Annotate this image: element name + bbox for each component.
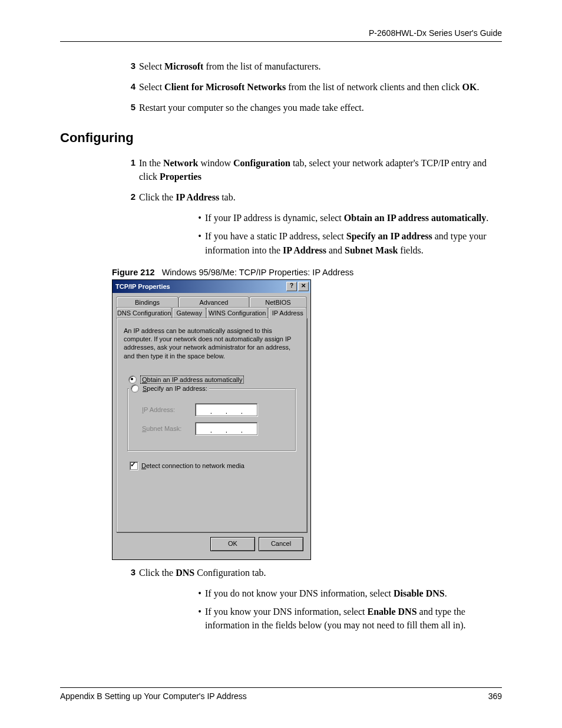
bullet-text: If you know your DNS information, select… [205,605,502,632]
header-rule [60,41,502,42]
tab-ip-address[interactable]: IP Address [268,307,307,319]
bold-text: Subnet Mask [345,245,398,255]
text: If you know your DNS information, select [205,607,368,617]
tab-panel: An IP address can be automatically assig… [116,318,307,532]
step-4: 4 Select Client for Microsoft Networks f… [125,80,502,94]
bold-text: Properties [160,172,201,182]
text: window [198,158,233,168]
dialog-button-row: OK Cancel [116,532,307,556]
text: . [486,213,488,223]
cfg-step-1: 1 In the Network window Configuration ta… [125,156,502,183]
configuring-steps-list: 1 In the Network window Configuration ta… [60,156,502,205]
section-heading-configuring: Configuring [60,130,502,146]
cfg-step-3: 3 Click the DNS Configuration tab. [125,566,502,579]
bold-text: Client for Microsoft Networks [164,82,286,92]
tab-dns-configuration[interactable]: DNS Configuration [116,307,172,318]
tab-gateway[interactable]: Gateway [172,307,206,318]
text: from the list of manufacturers. [203,61,320,71]
step-text: Select Client for Microsoft Networks fro… [139,80,502,94]
checkbox-icon [130,462,138,470]
step-text: Click the DNS Configuration tab. [139,566,502,579]
ip-bullets: • If your IP address is dynamic, select … [60,211,502,257]
dialog-description: An IP address can be automatically assig… [124,327,299,360]
bullet-dot: • [194,211,205,225]
close-button[interactable]: ✕ [298,282,309,291]
ip-octet[interactable] [226,423,242,434]
top-steps-list: 3 Select Microsoft from the list of manu… [60,60,502,115]
text: and [326,245,345,255]
bold-text: Specify an IP address [346,231,432,241]
ip-address-label: IP Address: [134,406,195,413]
bullet: • If your IP address is dynamic, select … [194,211,502,225]
text: If you do not know your DNS information,… [205,588,394,598]
bullet: • If you know your DNS information, sele… [194,605,502,632]
tab-wins-configuration[interactable]: WINS Configuration [206,307,268,318]
bullet-text: If you have a static IP address, select … [205,229,502,256]
ip-octet[interactable] [242,404,257,416]
checkbox-label: Detect connection to network media [141,462,244,469]
cfg-step-2: 2 Click the IP Address tab. [125,190,502,204]
ok-button[interactable]: OK [210,537,255,551]
dialog-titlebar[interactable]: TCP/IP Properties ? ✕ [113,280,310,293]
bold-text: IP Address [283,245,326,255]
detect-connection-checkbox[interactable]: Detect connection to network media [130,462,299,470]
text: In the [139,158,163,168]
page-footer: Appendix B Setting up Your Computer's IP… [60,683,502,701]
bold-text: Microsoft [164,61,203,71]
text: pecify an IP address: [147,385,207,392]
mnemonic: O [142,376,147,383]
step-number: 5 [125,101,135,114]
text: tab. [219,192,236,202]
dns-bullets: • If you do not know your DNS informatio… [60,587,502,633]
text: btain an IP address automatically [147,376,243,383]
bullet-text: If your IP address is dynamic, select Ob… [205,211,502,225]
ip-octet[interactable] [196,423,211,434]
tab-row-2: DNS Configuration Gateway WINS Configura… [116,307,307,318]
subnet-mask-input[interactable] [195,422,257,435]
radio-icon [131,384,139,393]
ip-address-row: IP Address: [134,403,289,416]
tab-bindings[interactable]: Bindings [116,297,178,308]
ip-octet[interactable] [211,423,226,434]
tcpip-dialog: TCP/IP Properties ? ✕ Bindings Advanced … [112,279,311,560]
tab-advanced[interactable]: Advanced [178,297,249,308]
step-text: In the Network window Configuration tab,… [139,156,502,183]
step-number: 2 [125,190,135,204]
bold-text: Network [163,158,199,168]
footer-page-number: 369 [488,691,502,701]
text: from the list of network clients and the… [286,82,462,92]
ip-octet[interactable] [196,404,211,416]
figure-label: Figure 212 [112,268,155,277]
radio-specify[interactable]: Specify an IP address: [129,384,209,393]
step-text: Click the IP Address tab. [139,190,502,204]
text: Click the [139,192,176,202]
text: If you have a static IP address, select [205,231,346,241]
step-text: Restart your computer so the changes you… [139,101,502,114]
ip-octet[interactable] [242,423,257,434]
bold-text: Enable DNS [368,607,417,617]
bullet-dot: • [194,605,205,632]
ip-octet[interactable] [211,404,226,416]
text: Select [139,61,164,71]
help-button[interactable]: ? [286,282,297,291]
ip-address-input[interactable] [195,403,257,416]
subnet-mask-row: Subnet Mask: [134,422,289,435]
step-5: 5 Restart your computer so the changes y… [125,101,502,114]
text: If your IP address is dynamic, select [205,213,344,223]
text: ubnet Mask: [146,425,181,432]
radio-obtain-auto[interactable]: Obtain an IP address automatically [128,375,299,384]
cancel-button[interactable]: Cancel [259,537,303,551]
step-number: 1 [125,156,135,183]
radio-label: Specify an IP address: [143,385,207,392]
configuring-steps-list-2: 3 Click the DNS Configuration tab. [60,566,502,579]
text: . [445,588,447,598]
figure-caption: Figure 212 Windows 95/98/Me: TCP/IP Prop… [112,268,502,277]
text: fields. [398,245,424,255]
ip-octet[interactable] [226,404,242,416]
bold-text: IP Address [176,192,219,202]
tab-netbios[interactable]: NetBIOS [249,297,307,308]
radio-icon [128,375,137,384]
header-guide-title: P-2608HWL-Dx Series User's Guide [60,28,502,38]
text: P Address: [144,406,175,413]
step-text: Select Microsoft from the list of manufa… [139,60,502,73]
